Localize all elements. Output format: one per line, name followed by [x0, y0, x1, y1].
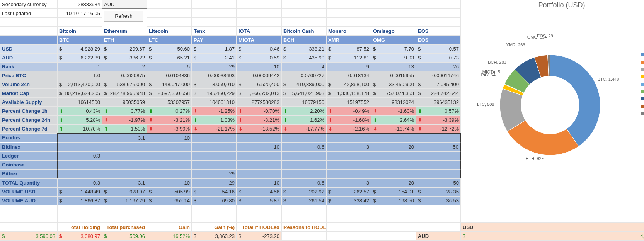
cell-exodus-MIOTA[interactable] — [237, 133, 281, 143]
cell-bitfinex-EOS[interactable]: 50 — [416, 143, 461, 151]
cell-coinbase-XMR[interactable] — [326, 160, 371, 169]
cell-pc24h-EOS[interactable]: ⬇-3.39% — [416, 115, 461, 124]
cell-coinbase-MIOTA[interactable] — [237, 160, 281, 169]
cell-totqty-MIOTA[interactable]: 10 — [237, 178, 281, 187]
cell-mcap-ETH[interactable]: $28,478,965,948 — [102, 89, 147, 98]
cell-usd-ETH[interactable]: $299.67 — [102, 44, 147, 53]
cell-vol24-OMG[interactable]: $33,450,900 — [371, 80, 416, 89]
cell-rank-ETH[interactable]: 2 — [102, 62, 147, 71]
cell-price_btc-MIOTA[interactable]: 0.00009442 — [237, 71, 281, 80]
cell-rank-EOS[interactable]: 26 — [416, 62, 461, 71]
cell-coinbase-PAY[interactable] — [192, 160, 237, 169]
cell-bittrex-EOS[interactable] — [416, 169, 461, 178]
cell-rank-MIOTA[interactable]: 10 — [237, 62, 281, 71]
cell-exodus-XMR[interactable] — [326, 133, 371, 143]
cell-bitfinex-OMG[interactable]: 20 — [371, 143, 416, 151]
cell-price_btc-OMG[interactable]: 0.0015955 — [371, 71, 416, 80]
cell-coinbase-BTC[interactable] — [57, 160, 102, 169]
cell-bittrex-PAY[interactable]: 29 — [192, 169, 237, 178]
cell-pc7d-XMR[interactable]: ⬇-2.16% — [326, 124, 371, 133]
cell-volusd-XMR[interactable]: $262.57 — [326, 187, 371, 196]
refresh-button[interactable]: Refresh — [104, 11, 143, 22]
cell-price_btc-LTC[interactable]: 0.0104836 — [147, 71, 192, 80]
cell-vol24-MIOTA[interactable]: $16,520,400 — [237, 80, 281, 89]
cell-volusd-MIOTA[interactable]: $4.56 — [237, 187, 281, 196]
cell-ledger-XMR[interactable] — [326, 151, 371, 160]
cell-pc7d-BCH[interactable]: ⬇-17.77% — [281, 124, 326, 133]
cell-volaud-BCH[interactable]: $261.54 — [281, 196, 326, 205]
cell-pc7d-LTC[interactable]: ⬇-3.99% — [147, 124, 192, 133]
cell-vol24-ETH[interactable]: $538,675,000 — [102, 80, 147, 89]
cell-bitfinex-BCH[interactable]: 0.6 — [281, 143, 326, 151]
cell-volaud-EOS[interactable]: $36.53 — [416, 196, 461, 205]
cell-pc24h-LTC[interactable]: ⬇-3.21% — [147, 115, 192, 124]
cell-usd-MIOTA[interactable]: $0.46 — [237, 44, 281, 53]
cell-exodus-BCH[interactable] — [281, 133, 326, 143]
cell-aud-OMG[interactable]: $9.93 — [371, 53, 416, 62]
cell-vol24-BCH[interactable]: $419,889,000 — [281, 80, 326, 89]
cell-totqty-LTC[interactable]: 10 — [147, 178, 192, 187]
cell-price_btc-XMR[interactable]: 0.018134 — [326, 71, 371, 80]
cell-price_btc-EOS[interactable]: 0.00011746 — [416, 71, 461, 80]
cell-mcap-LTC[interactable]: $2,697,350,658 — [147, 89, 192, 98]
cell-supply-XMR[interactable]: 15197552 — [326, 98, 371, 107]
cell-volaud-OMG[interactable]: $198.50 — [371, 196, 416, 205]
cell-bittrex-ETH[interactable] — [102, 169, 147, 178]
cell-supply-EOS[interactable]: 396435132 — [416, 98, 461, 107]
cell-vol24-BTC[interactable]: $2,013,470,000 — [57, 80, 102, 89]
cell-supply-PAY[interactable]: 104661310 — [192, 98, 237, 107]
cell-rank-BTC[interactable]: 1 — [57, 62, 102, 71]
cell-aud-PAY[interactable]: $2.41 — [192, 53, 237, 62]
cell-exodus-OMG[interactable] — [371, 133, 416, 143]
cell-coinbase-LTC[interactable] — [147, 160, 192, 169]
cell-rank-XMR[interactable]: 9 — [326, 62, 371, 71]
cell-usd-BTC[interactable]: $4,828.29 — [57, 44, 102, 53]
cell-exodus-ETH[interactable]: 3.1 — [102, 133, 147, 143]
cell-ledger-EOS[interactable] — [416, 151, 461, 160]
cell-pc7d-OMG[interactable]: ⬇-13.74% — [371, 124, 416, 133]
cell-ledger-PAY[interactable] — [192, 151, 237, 160]
cell-pc24h-OMG[interactable]: ⬆2.64% — [371, 115, 416, 124]
cell-supply-OMG[interactable]: 98312024 — [371, 98, 416, 107]
cell-vol24-PAY[interactable]: $3,059,010 — [192, 80, 237, 89]
cell-usd-OMG[interactable]: $7.70 — [371, 44, 416, 53]
cell-pc7d-BTC[interactable]: ⬆10.70% — [57, 124, 102, 133]
cell-supply-BTC[interactable]: 16614500 — [57, 98, 102, 107]
cell-bitfinex-LTC[interactable] — [147, 143, 192, 151]
cell-volaud-XMR[interactable]: $338.42 — [326, 196, 371, 205]
cell-price_btc-BTC[interactable]: 1.0 — [57, 71, 102, 80]
cell-pc24h-XMR[interactable]: ⬇-1.68% — [326, 115, 371, 124]
cell-supply-ETH[interactable]: 95035059 — [102, 98, 147, 107]
cell-volaud-ETH[interactable]: $1,197.29 — [102, 196, 147, 205]
cell-bittrex-MIOTA[interactable] — [237, 169, 281, 178]
cell-vol24-LTC[interactable]: $148,047,000 — [147, 80, 192, 89]
cell-pc24h-ETH[interactable]: ⬇-1.97% — [102, 115, 147, 124]
cell-usd-EOS[interactable]: $0.57 — [416, 44, 461, 53]
cell-vol24-XMR[interactable]: $42,868,100 — [326, 80, 371, 89]
secondary-currency-value[interactable]: 1.28883934 — [57, 0, 102, 9]
cell-volusd-EOS[interactable]: $28.35 — [416, 187, 461, 196]
cell-volaud-MIOTA[interactable]: $5.87 — [237, 196, 281, 205]
cell-pc1h-XMR[interactable]: ⬇-0.49% — [326, 107, 371, 115]
cell-rank-LTC[interactable]: 5 — [147, 62, 192, 71]
cell-bittrex-BCH[interactable] — [281, 169, 326, 178]
cell-mcap-EOS[interactable]: $224,742,644 — [416, 89, 461, 98]
cell-supply-BCH[interactable]: 16679150 — [281, 98, 326, 107]
cell-coinbase-OMG[interactable] — [371, 160, 416, 169]
cell-usd-BCH[interactable]: $338.21 — [281, 44, 326, 53]
cell-pc1h-LTC[interactable]: ⬆0.27% — [147, 107, 192, 115]
cell-coinbase-BCH[interactable] — [281, 160, 326, 169]
cell-totqty-PAY[interactable]: 29 — [192, 178, 237, 187]
cell-ledger-LTC[interactable] — [147, 151, 192, 160]
cell-usd-PAY[interactable]: $1.87 — [192, 44, 237, 53]
cell-totqty-BTC[interactable]: 0.3 — [57, 178, 102, 187]
cell-aud-ETH[interactable]: $386.22 — [102, 53, 147, 62]
cell-vol24-EOS[interactable]: $7,045,400 — [416, 80, 461, 89]
cell-mcap-BCH[interactable]: $5,641,021,963 — [281, 89, 326, 98]
cell-bitfinex-ETH[interactable] — [102, 143, 147, 151]
cell-totqty-OMG[interactable]: 20 — [371, 178, 416, 187]
cell-totqty-XMR[interactable]: 3 — [326, 178, 371, 187]
cell-mcap-OMG[interactable]: $757,074,353 — [371, 89, 416, 98]
cell-volusd-PAY[interactable]: $54.16 — [192, 187, 237, 196]
cell-pc1h-BCH[interactable]: ⬆2.20% — [281, 107, 326, 115]
